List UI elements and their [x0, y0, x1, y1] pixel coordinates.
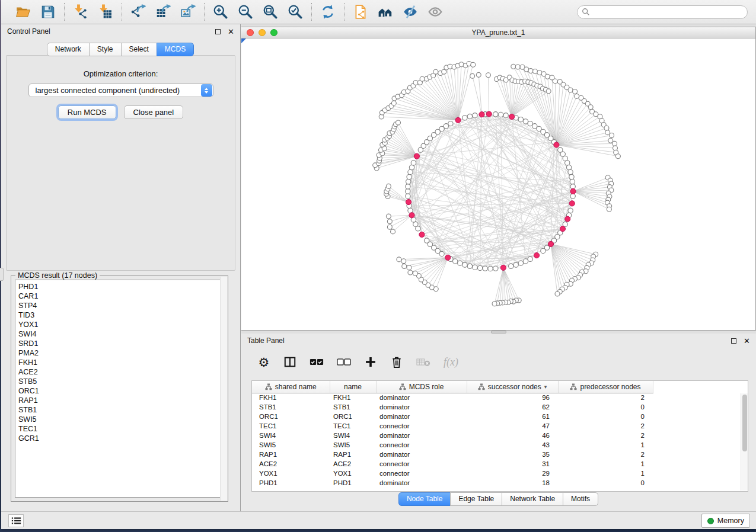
first-neighbors-icon[interactable]	[377, 4, 394, 20]
show-hidden-icon[interactable]	[427, 4, 444, 20]
column-header-successor-nodes[interactable]: successor nodes▾	[467, 381, 558, 393]
result-node-tec1[interactable]: TEC1	[18, 424, 224, 434]
result-node-rap1[interactable]: RAP1	[18, 396, 224, 405]
table-scrollbar-thumb[interactable]	[742, 395, 747, 451]
close-table-panel-icon[interactable]: ✕	[744, 337, 750, 345]
result-node-stb1[interactable]: STB1	[18, 405, 224, 415]
table-row-swi4[interactable]: SWI4SWI4dominator462	[252, 431, 740, 440]
delete-column-icon[interactable]	[390, 355, 403, 368]
function-builder-icon: f(x)	[444, 356, 458, 368]
column-header-predecessor-nodes[interactable]: predecessor nodes	[558, 381, 653, 393]
result-node-swi5[interactable]: SWI5	[18, 415, 224, 424]
vertical-splitter-handle[interactable]	[0, 268, 4, 281]
tab-motifs[interactable]: Motifs	[563, 492, 598, 506]
result-node-orc1[interactable]: ORC1	[18, 386, 224, 396]
tab-select[interactable]: Select	[121, 43, 157, 56]
table-row-yox1[interactable]: YOX1YOX1connector291	[252, 469, 740, 478]
close-panel-icon[interactable]: ✕	[228, 28, 234, 36]
result-node-yox1[interactable]: YOX1	[18, 320, 224, 329]
search-box	[577, 5, 748, 19]
cytoscape-window: Control Panel ✕ NetworkStyleSelectMCDS O…	[1, 0, 756, 529]
tab-network[interactable]: Network	[47, 43, 90, 56]
open-session-icon[interactable]	[15, 4, 31, 20]
export-table-icon[interactable]	[155, 4, 171, 20]
mcds-tab-content: Optimization criterion: largest connecte…	[6, 55, 235, 271]
zoom-out-icon[interactable]	[237, 4, 254, 20]
delete-table-icon	[416, 358, 430, 367]
result-node-fkh1[interactable]: FKH1	[18, 358, 224, 367]
panel-menu-button[interactable]	[8, 514, 24, 527]
result-node-ace2[interactable]: ACE2	[18, 367, 224, 377]
result-list-scrollbar[interactable]	[220, 277, 227, 501]
tab-node-table[interactable]: Node Table	[398, 492, 451, 506]
tab-mcds[interactable]: MCDS	[157, 43, 194, 56]
zoom-fit-icon[interactable]	[262, 4, 279, 20]
float-table-panel-icon[interactable]	[731, 338, 736, 344]
table-scrollbar[interactable]	[741, 393, 748, 491]
table-row-tec1[interactable]: TEC1TEC1connector472	[252, 421, 740, 431]
tab-network-table[interactable]: Network Table	[502, 492, 563, 506]
control-panel-tabs: NetworkStyleSelectMCDS	[1, 43, 240, 56]
table-row-fkh1[interactable]: FKH1FKH1dominator962	[252, 393, 740, 402]
tab-edge-table[interactable]: Edge Table	[450, 492, 502, 506]
network-canvas[interactable]	[241, 39, 755, 330]
search-icon	[582, 8, 590, 18]
result-node-swi4[interactable]: SWI4	[18, 329, 224, 339]
column-header-shared-name[interactable]: shared name	[252, 381, 330, 393]
table-toolbar: ⚙f(x)	[241, 348, 756, 376]
table-panel-titlebar: Table Panel ✕	[241, 334, 756, 348]
tab-style[interactable]: Style	[89, 43, 122, 56]
import-network-icon[interactable]	[72, 4, 89, 20]
table-row-stb1[interactable]: STB1STB1dominator620	[252, 402, 740, 412]
table-row-rap1[interactable]: RAP1RAP1dominator352	[252, 450, 740, 459]
column-header-name[interactable]: name	[330, 381, 376, 393]
float-panel-icon[interactable]	[215, 29, 221, 34]
main-toolbar	[1, 0, 756, 24]
result-node-car1[interactable]: CAR1	[18, 291, 224, 301]
result-node-tid3[interactable]: TID3	[18, 310, 224, 320]
memory-status-icon	[707, 518, 714, 524]
search-input[interactable]	[577, 5, 748, 19]
run-mcds-button[interactable]: Run MCDS	[58, 105, 116, 119]
settings-icon[interactable]: ⚙	[257, 356, 270, 368]
column-filler	[653, 381, 740, 393]
column-header-MCDS-role[interactable]: MCDS role	[376, 381, 467, 393]
network-title: YPA_prune.txt_1	[241, 28, 755, 37]
save-session-icon[interactable]	[40, 4, 56, 20]
table-row-phd1[interactable]: PHD1PHD1dominator180	[252, 478, 740, 488]
table-row-swi5[interactable]: SWI5SWI5connector431	[252, 440, 740, 450]
share-document-icon[interactable]	[352, 4, 369, 20]
close-panel-button[interactable]: Close panel	[124, 105, 184, 119]
mcds-result-title: MCDS result (17 nodes)	[15, 271, 100, 280]
result-node-stb5[interactable]: STB5	[18, 377, 224, 386]
result-node-gcr1[interactable]: GCR1	[18, 434, 224, 443]
status-bar: Memory	[1, 511, 756, 529]
select-stepper-icon	[201, 84, 212, 97]
table-row-orc1[interactable]: ORC1ORC1dominator610	[252, 412, 740, 421]
table-panel-title: Table Panel	[247, 336, 285, 345]
split-panel-icon[interactable]	[283, 355, 296, 368]
result-node-stp4[interactable]: STP4	[18, 301, 224, 310]
select-all-icon[interactable]	[310, 358, 324, 366]
table-row-ace2[interactable]: ACE2ACE2connector311	[252, 459, 740, 469]
add-column-icon[interactable]	[364, 356, 377, 368]
zoom-in-icon[interactable]	[212, 4, 229, 20]
result-node-phd1[interactable]: PHD1	[18, 282, 224, 291]
result-node-pma2[interactable]: PMA2	[18, 348, 224, 358]
hide-selected-icon[interactable]	[402, 4, 419, 20]
apply-layout-icon[interactable]	[320, 4, 336, 20]
network-graph[interactable]	[241, 39, 755, 330]
list-icon	[11, 517, 21, 525]
criterion-selected-value: largest connected component (undirected)	[29, 86, 201, 95]
network-titlebar: YPA_prune.txt_1	[241, 27, 755, 39]
zoom-selected-icon[interactable]	[287, 4, 304, 20]
control-panel-title: Control Panel	[7, 27, 50, 36]
deselect-all-icon[interactable]	[337, 358, 351, 366]
export-network-icon[interactable]	[130, 4, 146, 20]
export-image-icon[interactable]	[180, 4, 196, 20]
network-window: YPA_prune.txt_1	[241, 27, 756, 331]
import-table-icon[interactable]	[97, 4, 114, 20]
criterion-select[interactable]: largest connected component (undirected)	[28, 84, 213, 97]
memory-button[interactable]: Memory	[701, 514, 750, 528]
result-node-srd1[interactable]: SRD1	[18, 339, 224, 348]
